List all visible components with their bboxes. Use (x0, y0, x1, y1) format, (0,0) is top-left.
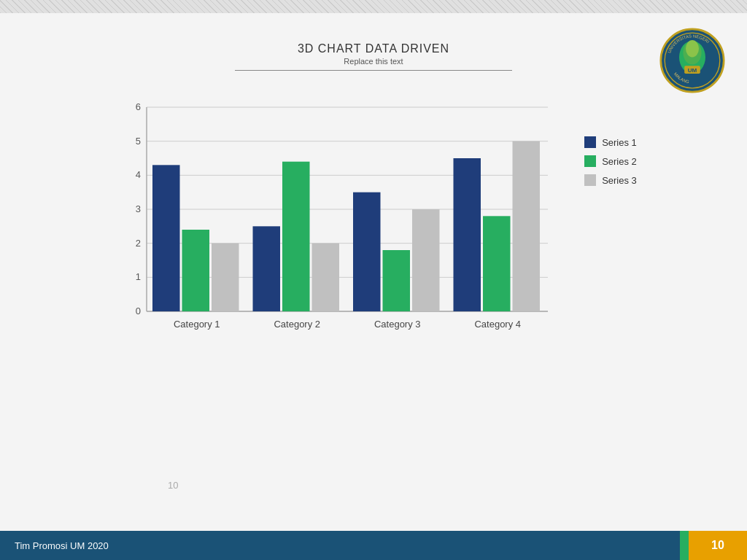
legend-label: Series 1 (602, 137, 637, 148)
svg-rect-34 (383, 250, 411, 311)
svg-rect-38 (483, 216, 511, 311)
svg-rect-30 (282, 162, 310, 311)
svg-rect-35 (412, 209, 440, 311)
page-watermark: 10 (168, 480, 178, 491)
legend-color-box (584, 136, 596, 148)
svg-text:Category 4: Category 4 (475, 319, 522, 330)
svg-text:1: 1 (136, 271, 141, 282)
legend-item: Series 1 (584, 136, 637, 148)
legend-label: Series 3 (602, 175, 637, 186)
svg-rect-27 (212, 244, 239, 311)
university-logo: UM UNIVERSITAS NEGERI MALANG (659, 28, 725, 93)
svg-text:6: 6 (136, 101, 141, 112)
title-area: 3D CHART DATA DRIVEN Replace this text (235, 42, 512, 71)
top-hatch-pattern (0, 0, 747, 13)
svg-text:4: 4 (136, 169, 141, 180)
svg-text:Category 1: Category 1 (174, 319, 220, 330)
legend-item: Series 3 (584, 174, 637, 186)
svg-text:3: 3 (136, 203, 141, 214)
footer-text: Tim Promosi UM 2020 (15, 540, 109, 551)
legend-color-box (584, 174, 596, 186)
legend-color-box (584, 155, 596, 167)
legend-item: Series 2 (584, 155, 637, 167)
legend-label: Series 2 (602, 156, 637, 167)
svg-rect-29 (253, 226, 281, 311)
slide: UM UNIVERSITAS NEGERI MALANG 3D CHART DA… (0, 0, 747, 560)
page-number-box: 10 (689, 531, 747, 560)
chart-legend: Series 1Series 2Series 3 (584, 136, 637, 186)
chart-area: 0123456Category 1Category 2Category 3Cat… (110, 93, 562, 355)
chart-container: 0123456Category 1Category 2Category 3Cat… (110, 93, 637, 355)
title-divider (235, 70, 512, 71)
svg-rect-25 (152, 165, 180, 311)
svg-rect-37 (454, 158, 481, 311)
svg-rect-39 (513, 141, 541, 311)
svg-text:2: 2 (136, 238, 141, 249)
svg-text:Category 3: Category 3 (374, 319, 421, 330)
svg-text:0: 0 (136, 306, 141, 316)
main-content: UM UNIVERSITAS NEGERI MALANG 3D CHART DA… (0, 13, 747, 531)
svg-rect-26 (182, 230, 210, 311)
svg-point-4 (686, 40, 699, 57)
bottom-bar: Tim Promosi UM 2020 10 (0, 531, 747, 560)
svg-text:Category 2: Category 2 (274, 319, 321, 330)
chart-subtitle: Replace this text (235, 57, 512, 66)
svg-text:5: 5 (136, 136, 141, 147)
svg-rect-31 (312, 244, 340, 311)
chart-title: 3D CHART DATA DRIVEN (235, 42, 512, 55)
svg-rect-33 (353, 192, 381, 311)
svg-text:UM: UM (688, 67, 697, 74)
green-accent-bar (680, 531, 689, 560)
